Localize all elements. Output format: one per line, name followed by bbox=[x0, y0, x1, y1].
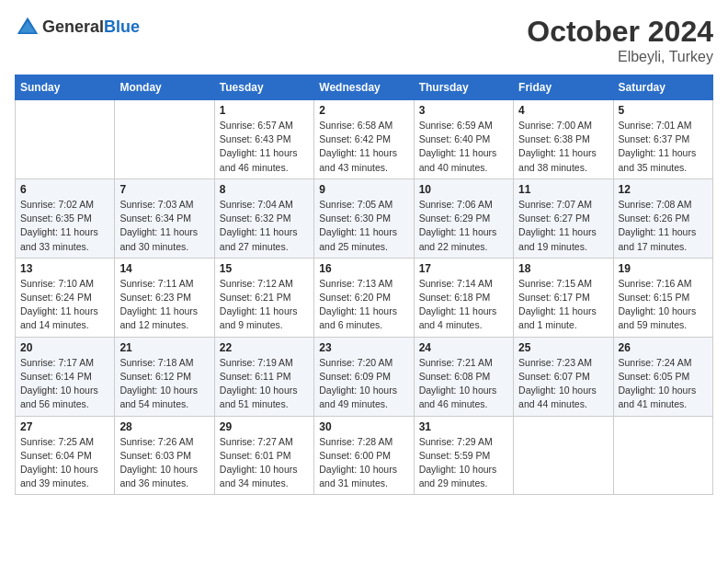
day-number: 14 bbox=[119, 262, 209, 275]
logo: GeneralBlue bbox=[15, 15, 140, 40]
day-info: Sunrise: 6:58 AMSunset: 6:42 PMDaylight:… bbox=[319, 119, 408, 175]
weekday-header-tuesday: Tuesday bbox=[214, 75, 313, 100]
weekday-header-monday: Monday bbox=[115, 75, 214, 100]
day-number: 15 bbox=[220, 262, 309, 275]
calendar-cell: 5Sunrise: 7:01 AMSunset: 6:37 PMDaylight… bbox=[613, 100, 712, 179]
calendar-week-2: 6Sunrise: 7:02 AMSunset: 6:35 PMDaylight… bbox=[16, 178, 713, 258]
day-info: Sunrise: 7:26 AMSunset: 6:03 PMDaylight:… bbox=[119, 435, 209, 491]
day-info: Sunrise: 7:24 AMSunset: 6:05 PMDaylight:… bbox=[619, 356, 708, 412]
day-info: Sunrise: 7:13 AMSunset: 6:20 PMDaylight:… bbox=[319, 277, 408, 333]
weekday-header-friday: Friday bbox=[514, 75, 613, 100]
day-number: 3 bbox=[419, 104, 508, 117]
calendar-cell: 29Sunrise: 7:27 AMSunset: 6:01 PMDayligh… bbox=[214, 416, 313, 495]
calendar-cell: 16Sunrise: 7:13 AMSunset: 6:20 PMDayligh… bbox=[314, 258, 414, 337]
day-info: Sunrise: 7:14 AMSunset: 6:18 PMDaylight:… bbox=[419, 277, 508, 333]
day-info: Sunrise: 6:59 AMSunset: 6:40 PMDaylight:… bbox=[419, 119, 508, 175]
calendar-cell: 15Sunrise: 7:12 AMSunset: 6:21 PMDayligh… bbox=[214, 258, 313, 337]
calendar-cell bbox=[115, 100, 214, 179]
day-info: Sunrise: 7:15 AMSunset: 6:17 PMDaylight:… bbox=[518, 277, 608, 333]
day-info: Sunrise: 7:05 AMSunset: 6:30 PMDaylight:… bbox=[319, 198, 408, 254]
page-header: GeneralBlue October 2024 Elbeyli, Turkey bbox=[15, 15, 713, 65]
calendar-cell: 17Sunrise: 7:14 AMSunset: 6:18 PMDayligh… bbox=[414, 258, 513, 337]
calendar-cell: 18Sunrise: 7:15 AMSunset: 6:17 PMDayligh… bbox=[514, 258, 613, 337]
calendar-week-3: 13Sunrise: 7:10 AMSunset: 6:24 PMDayligh… bbox=[16, 258, 713, 337]
calendar-table: SundayMondayTuesdayWednesdayThursdayFrid… bbox=[15, 75, 713, 495]
day-info: Sunrise: 7:04 AMSunset: 6:32 PMDaylight:… bbox=[220, 198, 309, 254]
day-number: 30 bbox=[319, 420, 408, 433]
day-number: 26 bbox=[619, 341, 708, 354]
day-info: Sunrise: 7:21 AMSunset: 6:08 PMDaylight:… bbox=[419, 356, 508, 412]
calendar-cell: 1Sunrise: 6:57 AMSunset: 6:43 PMDaylight… bbox=[214, 100, 313, 179]
title-block: October 2024 Elbeyli, Turkey bbox=[527, 15, 713, 65]
day-info: Sunrise: 7:11 AMSunset: 6:23 PMDaylight:… bbox=[119, 277, 209, 333]
day-info: Sunrise: 7:25 AMSunset: 6:04 PMDaylight:… bbox=[20, 435, 109, 491]
day-info: Sunrise: 7:10 AMSunset: 6:24 PMDaylight:… bbox=[20, 277, 109, 333]
day-info: Sunrise: 7:23 AMSunset: 6:07 PMDaylight:… bbox=[518, 356, 608, 412]
calendar-body: 1Sunrise: 6:57 AMSunset: 6:43 PMDaylight… bbox=[16, 100, 713, 495]
day-info: Sunrise: 7:12 AMSunset: 6:21 PMDaylight:… bbox=[220, 277, 309, 333]
month-title: October 2024 bbox=[527, 15, 713, 49]
day-number: 31 bbox=[419, 420, 508, 433]
calendar-cell: 24Sunrise: 7:21 AMSunset: 6:08 PMDayligh… bbox=[414, 337, 513, 416]
logo-general: General bbox=[42, 17, 104, 36]
day-number: 5 bbox=[619, 104, 708, 117]
calendar-cell: 10Sunrise: 7:06 AMSunset: 6:29 PMDayligh… bbox=[414, 178, 513, 258]
calendar-cell: 20Sunrise: 7:17 AMSunset: 6:14 PMDayligh… bbox=[16, 337, 115, 416]
calendar-cell: 26Sunrise: 7:24 AMSunset: 6:05 PMDayligh… bbox=[613, 337, 712, 416]
day-number: 18 bbox=[518, 262, 608, 275]
calendar-week-5: 27Sunrise: 7:25 AMSunset: 6:04 PMDayligh… bbox=[16, 416, 713, 495]
day-number: 7 bbox=[119, 183, 209, 196]
calendar-cell: 22Sunrise: 7:19 AMSunset: 6:11 PMDayligh… bbox=[214, 337, 313, 416]
day-number: 21 bbox=[119, 341, 209, 354]
day-info: Sunrise: 7:03 AMSunset: 6:34 PMDaylight:… bbox=[119, 198, 209, 254]
day-info: Sunrise: 7:16 AMSunset: 6:15 PMDaylight:… bbox=[619, 277, 708, 333]
calendar-cell: 8Sunrise: 7:04 AMSunset: 6:32 PMDaylight… bbox=[214, 178, 313, 258]
calendar-cell bbox=[514, 416, 613, 495]
calendar-cell bbox=[16, 100, 115, 179]
day-number: 20 bbox=[20, 341, 109, 354]
calendar-cell: 11Sunrise: 7:07 AMSunset: 6:27 PMDayligh… bbox=[514, 178, 613, 258]
calendar-cell: 21Sunrise: 7:18 AMSunset: 6:12 PMDayligh… bbox=[115, 337, 214, 416]
day-number: 25 bbox=[518, 341, 608, 354]
calendar-cell: 27Sunrise: 7:25 AMSunset: 6:04 PMDayligh… bbox=[16, 416, 115, 495]
day-number: 22 bbox=[220, 341, 309, 354]
day-number: 28 bbox=[119, 420, 209, 433]
calendar-cell: 7Sunrise: 7:03 AMSunset: 6:34 PMDaylight… bbox=[115, 178, 214, 258]
calendar-cell: 23Sunrise: 7:20 AMSunset: 6:09 PMDayligh… bbox=[314, 337, 414, 416]
calendar-cell: 25Sunrise: 7:23 AMSunset: 6:07 PMDayligh… bbox=[514, 337, 613, 416]
day-number: 23 bbox=[319, 341, 408, 354]
weekday-header-thursday: Thursday bbox=[414, 75, 513, 100]
calendar-week-4: 20Sunrise: 7:17 AMSunset: 6:14 PMDayligh… bbox=[16, 337, 713, 416]
day-number: 4 bbox=[518, 104, 608, 117]
day-info: Sunrise: 7:06 AMSunset: 6:29 PMDaylight:… bbox=[419, 198, 508, 254]
day-number: 6 bbox=[20, 183, 109, 196]
calendar-week-1: 1Sunrise: 6:57 AMSunset: 6:43 PMDaylight… bbox=[16, 100, 713, 179]
day-number: 19 bbox=[619, 262, 708, 275]
day-info: Sunrise: 7:00 AMSunset: 6:38 PMDaylight:… bbox=[518, 119, 608, 175]
day-number: 11 bbox=[518, 183, 608, 196]
day-number: 27 bbox=[20, 420, 109, 433]
weekday-header-wednesday: Wednesday bbox=[314, 75, 414, 100]
day-number: 1 bbox=[220, 104, 309, 117]
calendar-cell: 13Sunrise: 7:10 AMSunset: 6:24 PMDayligh… bbox=[16, 258, 115, 337]
day-number: 12 bbox=[619, 183, 708, 196]
day-info: Sunrise: 7:02 AMSunset: 6:35 PMDaylight:… bbox=[20, 198, 109, 254]
day-info: Sunrise: 7:19 AMSunset: 6:11 PMDaylight:… bbox=[220, 356, 309, 412]
day-info: Sunrise: 7:18 AMSunset: 6:12 PMDaylight:… bbox=[119, 356, 209, 412]
day-number: 24 bbox=[419, 341, 508, 354]
day-number: 13 bbox=[20, 262, 109, 275]
calendar-cell: 30Sunrise: 7:28 AMSunset: 6:00 PMDayligh… bbox=[314, 416, 414, 495]
calendar-cell: 28Sunrise: 7:26 AMSunset: 6:03 PMDayligh… bbox=[115, 416, 214, 495]
day-number: 16 bbox=[319, 262, 408, 275]
day-info: Sunrise: 7:29 AMSunset: 5:59 PMDaylight:… bbox=[419, 435, 508, 491]
calendar-cell: 2Sunrise: 6:58 AMSunset: 6:42 PMDaylight… bbox=[314, 100, 414, 179]
calendar-cell: 14Sunrise: 7:11 AMSunset: 6:23 PMDayligh… bbox=[115, 258, 214, 337]
day-number: 8 bbox=[220, 183, 309, 196]
day-info: Sunrise: 7:08 AMSunset: 6:26 PMDaylight:… bbox=[619, 198, 708, 254]
location-title: Elbeyli, Turkey bbox=[527, 49, 713, 65]
day-info: Sunrise: 7:27 AMSunset: 6:01 PMDaylight:… bbox=[220, 435, 309, 491]
day-info: Sunrise: 7:01 AMSunset: 6:37 PMDaylight:… bbox=[619, 119, 708, 175]
day-info: Sunrise: 7:17 AMSunset: 6:14 PMDaylight:… bbox=[20, 356, 109, 412]
weekday-header-sunday: Sunday bbox=[16, 75, 115, 100]
day-info: Sunrise: 7:20 AMSunset: 6:09 PMDaylight:… bbox=[319, 356, 408, 412]
